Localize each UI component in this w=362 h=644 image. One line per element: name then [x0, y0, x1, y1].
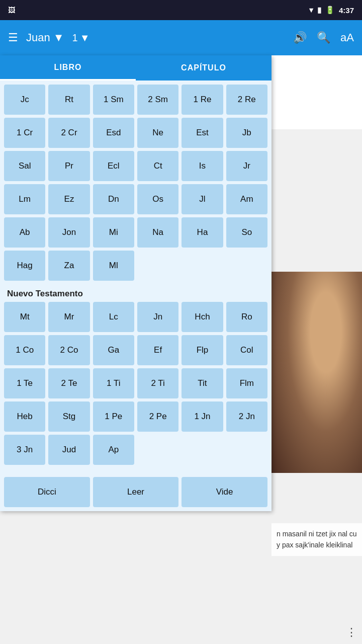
book-na[interactable]: Na — [137, 217, 178, 248]
chapter-selector[interactable]: 1 ▼ — [72, 32, 90, 44]
dropdown-panel: LIBRO CAPÍTULO Jc Rt 1 Sm 2 Sm 1 Re 2 Re… — [0, 55, 272, 511]
book-1cr[interactable]: 1 Cr — [4, 118, 45, 148]
book-za[interactable]: Za — [48, 251, 89, 281]
nt-row-2: 1 Co 2 Co Ga Ef Flp Col — [4, 335, 267, 365]
book-2pe[interactable]: 2 Pe — [137, 401, 178, 432]
book-os[interactable]: Os — [137, 184, 178, 214]
app-bar-icons: 🔊 🔍 aA — [293, 31, 354, 44]
book-ap[interactable]: Ap — [93, 435, 134, 465]
book-flp[interactable]: Flp — [182, 335, 223, 365]
status-right: ▾ ▮ 🔋 4:37 — [309, 6, 354, 15]
chapter-dropdown-icon: ▼ — [80, 32, 90, 44]
book-grid: Jc Rt 1 Sm 2 Sm 1 Re 2 Re 1 Cr 2 Cr Esd … — [0, 80, 272, 472]
book-tit[interactable]: Tit — [182, 368, 223, 398]
book-ct[interactable]: Ct — [137, 151, 178, 181]
person-illustration — [272, 272, 362, 473]
nt-section-label: Nuevo Testamento — [4, 284, 267, 302]
book-3jn[interactable]: 3 Jn — [4, 435, 45, 465]
book-jl[interactable]: Jl — [182, 184, 223, 214]
search-button[interactable]: 🔍 — [317, 31, 330, 44]
book-lc[interactable]: Lc — [93, 302, 134, 332]
book-mi[interactable]: Mi — [93, 217, 134, 248]
vide-button[interactable]: Vide — [182, 477, 267, 507]
time: 4:37 — [339, 6, 354, 15]
book-ecl[interactable]: Ecl — [93, 151, 134, 181]
bible-text-2: n masanil ni tzet jix nal cu y pax sajk'… — [272, 523, 362, 556]
empty-5 — [182, 435, 223, 465]
book-flm[interactable]: Flm — [226, 368, 267, 398]
book-jon[interactable]: Jon — [48, 217, 89, 248]
book-so[interactable]: So — [226, 217, 267, 248]
person-image — [272, 272, 362, 473]
book-ro[interactable]: Ro — [226, 302, 267, 332]
app-bar: ☰ Juan ▼ 1 ▼ 🔊 🔍 aA — [0, 20, 362, 55]
book-1jn[interactable]: 1 Jn — [182, 401, 223, 432]
book-2sm[interactable]: 2 Sm — [137, 85, 178, 115]
book-hch[interactable]: Hch — [182, 302, 223, 332]
ot-row-3: Sal Pr Ecl Ct Is Jr — [4, 151, 267, 181]
book-name: Juan — [26, 31, 50, 44]
menu-button[interactable]: ☰ — [8, 31, 18, 44]
empty-6 — [226, 435, 267, 465]
book-ml[interactable]: Ml — [93, 251, 134, 281]
book-2co[interactable]: 2 Co — [48, 335, 89, 365]
book-jud[interactable]: Jud — [48, 435, 89, 465]
book-sal[interactable]: Sal — [4, 151, 45, 181]
book-1pe[interactable]: 1 Pe — [93, 401, 134, 432]
book-col[interactable]: Col — [226, 335, 267, 365]
book-1ti[interactable]: 1 Ti — [93, 368, 134, 398]
book-selector[interactable]: Juan ▼ — [26, 31, 64, 44]
ot-row-5: Ab Jon Mi Na Ha So — [4, 217, 267, 248]
chapter-num: 1 — [72, 32, 78, 44]
book-jr[interactable]: Jr — [226, 151, 267, 181]
book-1sm[interactable]: 1 Sm — [93, 85, 134, 115]
book-pr[interactable]: Pr — [48, 151, 89, 181]
book-2jn[interactable]: 2 Jn — [226, 401, 267, 432]
book-mt[interactable]: Mt — [4, 302, 45, 332]
tab-libro[interactable]: LIBRO — [0, 55, 136, 80]
book-stg[interactable]: Stg — [48, 401, 89, 432]
more-options-button[interactable]: ⋮ — [346, 626, 357, 639]
book-est[interactable]: Est — [182, 118, 223, 148]
book-2te[interactable]: 2 Te — [48, 368, 89, 398]
book-2ti[interactable]: 2 Ti — [137, 368, 178, 398]
font-button[interactable]: aA — [340, 31, 354, 44]
book-ez[interactable]: Ez — [48, 184, 89, 214]
ot-row-6: Hag Za Ml — [4, 251, 267, 281]
book-hag[interactable]: Hag — [4, 251, 45, 281]
book-1te[interactable]: 1 Te — [4, 368, 45, 398]
speaker-button[interactable]: 🔊 — [293, 31, 307, 44]
book-jb[interactable]: Jb — [226, 118, 267, 148]
nt-row-5: 3 Jn Jud Ap — [4, 435, 267, 465]
tab-capitulo[interactable]: CAPÍTULO — [136, 55, 272, 80]
book-1re[interactable]: 1 Re — [182, 85, 223, 115]
status-bar: 🖼 ▾ ▮ 🔋 4:37 — [0, 0, 362, 20]
book-rt[interactable]: Rt — [48, 85, 89, 115]
book-2re[interactable]: 2 Re — [226, 85, 267, 115]
book-1co[interactable]: 1 Co — [4, 335, 45, 365]
book-lm[interactable]: Lm — [4, 184, 45, 214]
book-is[interactable]: Is — [182, 151, 223, 181]
photo-icon: 🖼 — [8, 6, 15, 14]
book-ab[interactable]: Ab — [4, 217, 45, 248]
empty-3 — [226, 251, 267, 281]
book-2cr[interactable]: 2 Cr — [48, 118, 89, 148]
book-jc[interactable]: Jc — [4, 85, 45, 115]
book-am[interactable]: Am — [226, 184, 267, 214]
book-ne[interactable]: Ne — [137, 118, 178, 148]
leer-button[interactable]: Leer — [93, 477, 179, 507]
book-heb[interactable]: Heb — [4, 401, 45, 432]
nt-row-4: Heb Stg 1 Pe 2 Pe 1 Jn 2 Jn — [4, 401, 267, 432]
book-ga[interactable]: Ga — [93, 335, 134, 365]
status-left: 🖼 — [8, 6, 15, 14]
dicci-button[interactable]: Dicci — [4, 477, 90, 507]
book-ef[interactable]: Ef — [137, 335, 178, 365]
nt-row-3: 1 Te 2 Te 1 Ti 2 Ti Tit Flm — [4, 368, 267, 398]
book-ha[interactable]: Ha — [182, 217, 223, 248]
book-jn[interactable]: Jn — [137, 302, 178, 332]
book-mr[interactable]: Mr — [48, 302, 89, 332]
book-esd[interactable]: Esd — [93, 118, 134, 148]
ot-row-1: Jc Rt 1 Sm 2 Sm 1 Re 2 Re — [4, 85, 267, 115]
book-dn[interactable]: Dn — [93, 184, 134, 214]
book-dropdown-icon: ▼ — [53, 31, 64, 44]
